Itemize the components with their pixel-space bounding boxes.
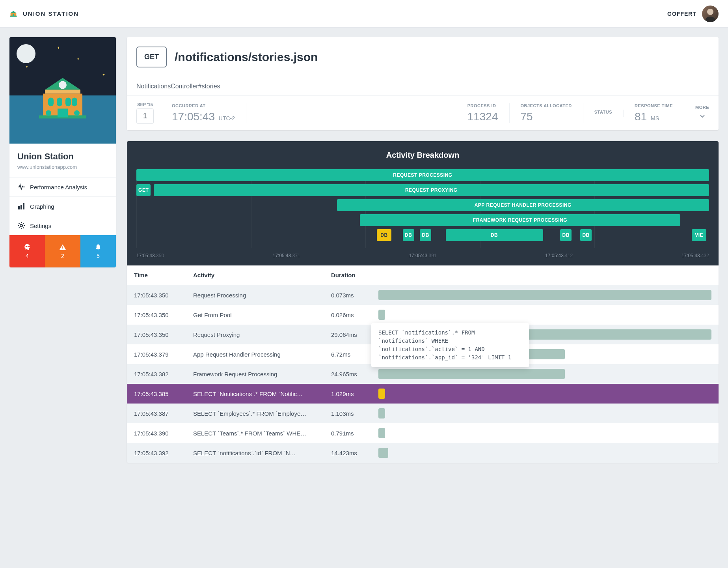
cell-activity: SELECT `Employees`.* FROM `Employe…: [186, 404, 324, 423]
cell-activity: App Request Handler Processing: [186, 344, 324, 364]
gantt-bar[interactable]: REQUEST PROXYING: [154, 184, 709, 196]
gantt-bar[interactable]: DB: [420, 229, 431, 241]
stat-label: RESPONSE TIME: [635, 103, 673, 108]
user-name: GOFFERT: [667, 11, 696, 17]
cell-time: 17:05:43.387: [127, 404, 186, 423]
gantt-bar[interactable]: APP REQUEST HANDLER PROCESSING: [337, 199, 709, 211]
table-row[interactable]: 17:05:43.379App Request Handler Processi…: [127, 344, 719, 364]
cell-activity: Request Processing: [186, 285, 324, 305]
sidebar-nav: Performance Analysis Graphing Settings: [9, 177, 116, 235]
svg-rect-11: [57, 97, 62, 106]
stat-value: 81: [635, 110, 647, 123]
cell-bar: [371, 404, 719, 423]
gantt-bar[interactable]: DB: [560, 229, 572, 241]
user-area[interactable]: GOFFERT: [667, 6, 719, 22]
gantt-axis: 17:05:43.35017:05:43.37117:05:43.39117:0…: [136, 253, 709, 258]
gantt-bar[interactable]: GET: [136, 184, 151, 196]
main-content: GET /notifications/stories.json Notifica…: [127, 37, 719, 463]
gantt-bar[interactable]: DB: [403, 229, 414, 241]
table-row[interactable]: 17:05:43.385SELECT `Notifications`.* FRO…: [127, 384, 719, 404]
stat-label: PROCESS ID: [467, 103, 498, 108]
cell-time: 17:05:43.382: [127, 364, 186, 384]
activity-table: Time Activity Duration 17:05:43.350Reque…: [127, 265, 719, 463]
controller-action: NotificationsController#stories: [127, 77, 719, 96]
duration-bar: [378, 448, 388, 458]
pulse-icon: [17, 183, 25, 191]
warning-icon: [59, 243, 67, 251]
svg-rect-3: [13, 14, 14, 17]
table-row[interactable]: 17:05:43.390SELECT `Teams`.* FROM `Teams…: [127, 423, 719, 443]
duration-bar: [378, 389, 385, 399]
gantt-chart[interactable]: REQUEST PROCESSINGGETREQUEST PROXYINGAPP…: [136, 169, 709, 248]
app-subtitle: www.unionstationapp.com: [9, 164, 116, 177]
more-toggle[interactable]: MORE: [684, 105, 709, 121]
svg-rect-23: [62, 247, 63, 248]
cell-time: 17:05:43.390: [127, 423, 186, 443]
cell-bar: [371, 384, 719, 404]
svg-rect-19: [23, 203, 24, 209]
sidebar-item-performance[interactable]: Performance Analysis: [9, 178, 116, 197]
sql-tooltip: SELECT `notifications`.* FROM `notificat…: [371, 323, 529, 367]
th-activity[interactable]: Activity: [186, 265, 324, 285]
svg-point-4: [707, 9, 713, 15]
alert-count: 5: [97, 253, 100, 259]
stat-label: OBJECTS ALLOCATED: [521, 103, 572, 108]
stat-date: SEP '15 1: [136, 102, 161, 124]
svg-point-22: [28, 246, 29, 247]
avatar[interactable]: [702, 6, 719, 22]
alert-count: 4: [26, 253, 29, 259]
sidebar: ✦ ✦ ✦ ✦: [9, 37, 116, 267]
alert-info[interactable]: 5: [80, 235, 116, 267]
table-row[interactable]: 17:05:43.350Request Processing0.073ms: [127, 285, 719, 305]
duration-bar: [378, 310, 385, 320]
duration-bar: [378, 290, 711, 300]
gantt-bar[interactable]: DB: [580, 229, 592, 241]
gantt-tick: 17:05:43.432: [681, 253, 709, 258]
th-duration[interactable]: Duration: [324, 265, 371, 285]
alert-warning[interactable]: 2: [45, 235, 80, 267]
stat-label: OCCURRED AT: [172, 103, 235, 108]
cell-duration: 14.423ms: [324, 443, 371, 463]
cell-activity: SELECT `notifications`.`id` FROM `N…: [186, 443, 324, 463]
stat-unit: MS: [651, 115, 659, 121]
cell-time: 17:05:43.392: [127, 443, 186, 463]
gantt-bar[interactable]: FRAMEWORK REQUEST PROCESSING: [360, 214, 681, 226]
cell-time: 17:05:43.385: [127, 384, 186, 404]
gantt-bar[interactable]: DB: [377, 229, 391, 241]
svg-rect-16: [74, 110, 80, 116]
svg-marker-2: [11, 11, 17, 13]
table-row[interactable]: 17:05:43.387SELECT `Employees`.* FROM `E…: [127, 404, 719, 423]
skull-icon: [23, 243, 31, 251]
th-time[interactable]: Time: [127, 265, 186, 285]
svg-point-21: [26, 246, 27, 247]
svg-rect-24: [62, 248, 63, 249]
sidebar-item-settings[interactable]: Settings: [9, 216, 116, 235]
date-day: 1: [136, 108, 154, 124]
stats-row: SEP '15 1 OCCURRED AT 17:05:43 UTC-2 PRO…: [127, 96, 719, 130]
cell-time: 17:05:43.350: [127, 325, 186, 344]
stat-occurred: OCCURRED AT 17:05:43 UTC-2: [161, 103, 246, 123]
brand[interactable]: UNION STATION: [9, 10, 79, 18]
th-bar: [371, 265, 719, 285]
cell-duration: 29.064ms: [324, 325, 371, 344]
sidebar-item-label: Performance Analysis: [30, 184, 87, 191]
svg-rect-13: [72, 97, 77, 106]
sidebar-item-graphing[interactable]: Graphing: [9, 197, 116, 216]
breakdown-card: Activity Breakdown REQUEST PROCESSINGGET…: [127, 141, 719, 463]
gantt-bar[interactable]: REQUEST PROCESSING: [136, 169, 709, 181]
cell-bar: [371, 443, 719, 463]
alert-critical[interactable]: 4: [9, 235, 45, 267]
date-month: SEP '15: [136, 102, 154, 107]
table-row[interactable]: 17:05:43.392SELECT `notifications`.`id` …: [127, 443, 719, 463]
app-hero: ✦ ✦ ✦ ✦: [9, 37, 116, 144]
cell-activity: Request Proxying: [186, 325, 324, 344]
svg-point-20: [20, 224, 22, 227]
cell-duration: 24.965ms: [324, 364, 371, 384]
cell-bar: [371, 423, 719, 443]
app-card: ✦ ✦ ✦ ✦: [9, 37, 116, 267]
svg-point-9: [59, 81, 67, 89]
table-row[interactable]: 17:05:43.350Get From Pool0.026ms: [127, 305, 719, 325]
gantt-bar[interactable]: DB: [446, 229, 543, 241]
gantt-bar[interactable]: VIE: [692, 229, 706, 241]
more-label: MORE: [695, 105, 709, 110]
